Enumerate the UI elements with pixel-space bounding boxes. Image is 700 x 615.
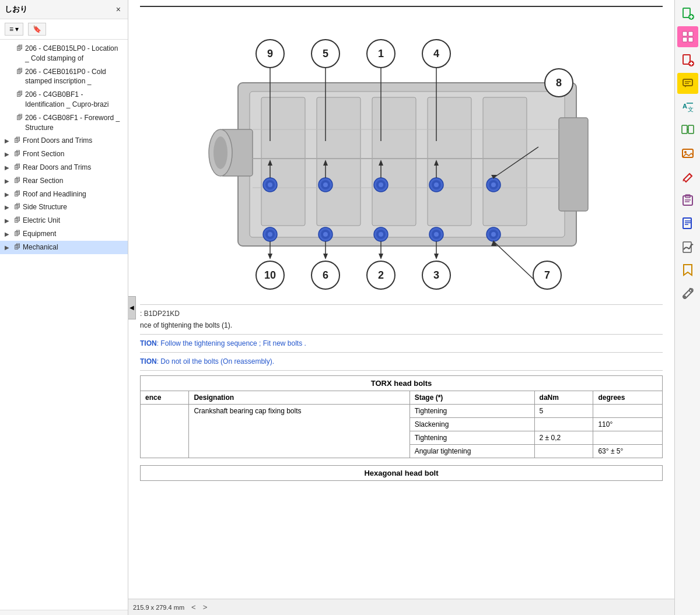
page-size-label: 215.9 x 279.4 mm: [133, 604, 184, 611]
tree-item-206-4[interactable]: 🗐 206 - C4GB08F1 - Foreword _ Structure: [0, 111, 128, 135]
chevron-right-icon: ▶: [5, 191, 12, 199]
sidebar: しおり × ≡ ▾ 🔖 🗐 206 - C4EB015LP0 - Locatio…: [0, 0, 128, 615]
red-document-button[interactable]: [677, 50, 698, 71]
folder-icon: 🗐: [14, 163, 20, 171]
engine-diagram: 9 5 1 4: [140, 13, 663, 298]
chevron-right-icon: ▶: [5, 203, 12, 212]
document-icon: 🗐: [16, 44, 23, 52]
col-header-sequence: ence: [141, 391, 189, 405]
sidebar-item-equipment[interactable]: ▶ 🗐 Equipment: [0, 227, 128, 241]
tree-item-label: Equipment: [23, 229, 123, 239]
svg-text:A: A: [682, 103, 687, 110]
sidebar-item-front-doors[interactable]: ▶ 🗐 Front Doors and Trims: [0, 134, 128, 147]
svg-line-113: [683, 180, 684, 181]
section-rule-1: [140, 304, 663, 305]
caution1-text: : Follow the tightening sequence ; Fit n…: [157, 339, 306, 347]
svg-rect-95: [688, 37, 693, 42]
chevron-right-icon: ▶: [5, 217, 12, 225]
cell-danm-3: 2 ± 0,2: [534, 431, 593, 445]
col-header-designation: Designation: [189, 391, 410, 405]
tree-item-label: 206 - C4GB08F1 - Foreword _ Structure: [25, 113, 123, 133]
tree-item-206-1[interactable]: 🗐 206 - C4EB015LP0 - Location _ Cold sta…: [0, 42, 128, 65]
chevron-right-icon: ▶: [5, 137, 12, 145]
add-document-button[interactable]: [677, 3, 698, 24]
sidebar-item-front-section[interactable]: ▶ 🗐 Front Section: [0, 147, 128, 161]
chevron-right-icon: ▶: [5, 230, 12, 238]
sidebar-item-roof[interactable]: ▶ 🗐 Roof and Headlining: [0, 188, 128, 201]
folder-icon: 🗐: [14, 136, 20, 145]
add-document-icon: [681, 7, 694, 20]
view-menu-button[interactable]: ≡ ▾: [5, 23, 23, 36]
svg-text:10: 10: [264, 269, 276, 281]
svg-rect-100: [683, 79, 692, 86]
nav-left-button[interactable]: <: [189, 603, 198, 612]
sidebar-title: しおり: [5, 4, 27, 15]
svg-text:7: 7: [544, 269, 550, 281]
ref-code: : B1DP21KD: [140, 310, 663, 318]
svg-point-31: [268, 232, 272, 237]
svg-point-4: [214, 136, 228, 169]
sign-icon: [681, 240, 694, 253]
tools-button[interactable]: [677, 283, 698, 304]
tree-item-206-2[interactable]: 🗐 206 - C4EB0161P0 - Cold stamped inscri…: [0, 65, 128, 89]
svg-point-16: [268, 182, 272, 187]
tree-item-label: 206 - C4EB0161P0 - Cold stamped inscript…: [25, 67, 123, 87]
sidebar-footer: [0, 610, 128, 615]
tree-item-206-3[interactable]: 🗐 206 - C4GB0BF1 - Identification _ Cupr…: [0, 88, 128, 111]
page-button[interactable]: [677, 213, 698, 234]
table-header-row: ence Designation Stage (*) daNm degrees: [141, 391, 663, 405]
folder-icon: 🗐: [14, 189, 20, 198]
cell-stage-4: Angular tightening: [410, 445, 534, 458]
image-button[interactable]: [677, 143, 698, 164]
svg-rect-92: [682, 31, 687, 36]
comment-icon: [682, 78, 694, 89]
folder-icon: 🗐: [14, 149, 20, 158]
folder-icon: 🗐: [14, 176, 20, 185]
bookmark-button[interactable]: 🔖: [28, 23, 46, 36]
svg-point-43: [491, 232, 496, 237]
sidebar-item-electric-unit[interactable]: ▶ 🗐 Electric Unit: [0, 214, 128, 227]
hex-table-title: Hexagonal head bolt: [364, 469, 438, 477]
torx-table: TORX head bolts ence Designation Stage (…: [140, 375, 663, 458]
sidebar-item-side-structure[interactable]: ▶ 🗐 Side Structure: [0, 201, 128, 214]
clipboard-button[interactable]: [677, 189, 698, 210]
translate-button[interactable]: A 文: [677, 96, 698, 117]
sidebar-item-rear-doors[interactable]: ▶ 🗐 Rear Doors and Trims: [0, 161, 128, 174]
comment-button[interactable]: [677, 73, 698, 94]
red-document-icon: [681, 54, 694, 66]
tree-item-label: 206 - C4EB015LP0 - Location _ Cold stamp…: [25, 44, 123, 64]
tree-item-label: Front Doors and Trims: [23, 136, 123, 146]
tree-item-label: Electric Unit: [23, 216, 123, 226]
sidebar-icons: ×: [114, 3, 123, 15]
page-content: 9 5 1 4: [128, 0, 674, 493]
tree-item-label: Roof and Headlining: [23, 189, 123, 199]
tree-item-label: Side Structure: [23, 202, 123, 212]
cell-degrees-2: 110°: [593, 418, 663, 431]
svg-text:8: 8: [556, 77, 562, 89]
translate-icon: A 文: [681, 100, 694, 113]
page-icon: [681, 217, 694, 230]
dropdown-arrow-icon: ▾: [15, 25, 19, 33]
col-header-degrees: degrees: [593, 391, 663, 405]
sign-button[interactable]: [677, 236, 698, 257]
close-sidebar-button[interactable]: ×: [114, 3, 123, 15]
layout-button[interactable]: [677, 26, 698, 47]
chevron-right-icon: ▶: [5, 150, 12, 159]
section-rule-2: [140, 334, 663, 335]
svg-text:3: 3: [433, 269, 439, 281]
sidebar-header: しおり ×: [0, 0, 128, 19]
compare-button[interactable]: [677, 120, 698, 140]
svg-point-28: [491, 182, 496, 187]
collapse-sidebar-button[interactable]: ◀: [128, 296, 136, 319]
cell-danm-4: [534, 445, 593, 458]
bookmark-rt-button[interactable]: [677, 259, 698, 280]
svg-text:6: 6: [323, 269, 328, 281]
content-area[interactable]: 9 5 1 4: [128, 0, 674, 599]
chevron-right-icon: ▶: [5, 164, 12, 172]
nav-right-button[interactable]: >: [201, 603, 210, 612]
edit-button[interactable]: [677, 166, 698, 187]
sidebar-item-rear-section[interactable]: ▶ 🗐 Rear Section: [0, 174, 128, 188]
tree-item-label: Front Section: [23, 149, 123, 159]
sidebar-item-mechanical[interactable]: ▶ 🗐 Mechanical: [0, 241, 128, 254]
svg-rect-107: [682, 125, 687, 133]
